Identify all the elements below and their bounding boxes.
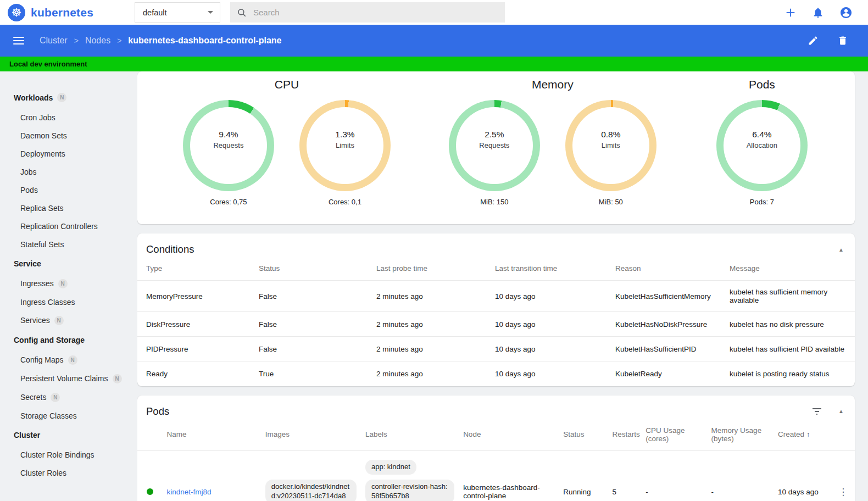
sidebar-item-replica-sets[interactable]: Replica Sets — [0, 199, 137, 217]
section-label: Config and Storage — [14, 336, 85, 344]
col-status: Status — [254, 259, 372, 281]
image-chip: docker.io/kindest/kindnetd:v20230511-dc7… — [265, 480, 357, 501]
sidebar-section-cluster[interactable]: Cluster — [0, 425, 137, 446]
sidebar-item-stateful-sets[interactable]: Stateful Sets — [0, 235, 137, 253]
environment-banner: Local dev environment — [0, 57, 868, 71]
sidebar-nav: Workloads N Cron Jobs Daemon Sets Deploy… — [0, 71, 137, 501]
sidebar-section-workloads[interactable]: Workloads N — [0, 87, 137, 108]
sidebar-item-cluster-roles[interactable]: Cluster Roles — [0, 464, 137, 482]
section-label: Cluster — [14, 431, 40, 439]
table-row: PIDPressureFalse2 minutes ago10 days ago… — [137, 337, 855, 361]
sidebar-item-cluster-role-bindings[interactable]: Cluster Role Bindings — [0, 446, 137, 464]
pod-memory-usage: - — [707, 450, 774, 501]
gauge-percent: 0.8% — [601, 130, 620, 140]
pod-status: Running — [559, 450, 608, 501]
pods-table: Name Images Labels Node Status Restarts … — [137, 421, 855, 501]
label-chip: app: kindnet — [365, 460, 416, 475]
pods-header-row: Name Images Labels Node Status Restarts … — [137, 421, 855, 451]
sidebar-item-services[interactable]: ServicesN — [0, 311, 137, 330]
account-avatar-icon[interactable] — [839, 6, 853, 19]
sidebar-item-jobs[interactable]: Jobs — [0, 163, 137, 181]
pods-card: Pods ▲ Name Images Labels Node — [137, 396, 855, 501]
pod-name-link[interactable]: kindnet-fmj8d — [167, 488, 212, 496]
sidebar-section-service[interactable]: Service — [0, 253, 137, 274]
col-labels: Labels — [361, 421, 459, 451]
sidebar-item-storage-classes[interactable]: Storage Classes — [0, 407, 137, 425]
edit-pencil-icon[interactable] — [808, 35, 819, 46]
kubernetes-logo-icon: ☸ — [8, 4, 25, 21]
sidebar-item-ingress-classes[interactable]: Ingress Classes — [0, 293, 137, 311]
breadcrumb-cluster[interactable]: Cluster — [40, 36, 68, 46]
section-label: Service — [14, 259, 41, 268]
gauge-percent: 1.3% — [335, 130, 354, 140]
pod-restarts: 5 — [608, 450, 641, 501]
sidebar-item-config-maps[interactable]: Config MapsN — [0, 350, 137, 369]
pods-card-title: Pods — [146, 405, 169, 417]
gauge-footer: Cores: 0,1 — [329, 198, 361, 206]
table-row: MemoryPressureFalse2 minutes ago10 days … — [137, 281, 855, 312]
namespace-select[interactable]: default — [135, 2, 220, 23]
gauge-footer: MiB: 50 — [599, 198, 623, 206]
gauge-footer: MiB: 150 — [480, 198, 508, 206]
cpu-requests-gauge: 9.4% Requests Cores: 0,75 — [183, 100, 274, 206]
brand[interactable]: ☸ kubernetes — [0, 4, 135, 21]
pods-allocation-gauge: 6.4% Allocation Pods: 7 — [716, 100, 808, 206]
filter-icon[interactable] — [812, 408, 822, 415]
menu-hamburger-icon[interactable] — [13, 35, 24, 47]
pod-node: kubernetes-dashboard-control-plane — [463, 483, 551, 500]
chevron-down-icon — [208, 11, 213, 14]
gauge-sublabel: Limits — [602, 141, 620, 149]
search-input[interactable] — [253, 8, 498, 17]
cpu-limits-gauge: 1.3% Limits Cores: 0,1 — [299, 100, 391, 206]
sidebar-item-pods[interactable]: Pods — [0, 181, 137, 199]
collapse-arrow-icon[interactable]: ▲ — [838, 247, 844, 253]
namespaced-badge: N — [113, 374, 122, 383]
col-name: Name — [163, 421, 261, 451]
namespace-value: default — [143, 8, 167, 17]
cpu-title: CPU — [275, 78, 299, 91]
namespaced-badge: N — [58, 279, 68, 288]
sidebar-item-ingresses[interactable]: IngressesN — [0, 274, 137, 293]
pod-created: 10 days ago — [774, 450, 831, 501]
sidebar-item-replication-controllers[interactable]: Replication Controllers — [0, 217, 137, 235]
sidebar-item-secrets[interactable]: SecretsN — [0, 388, 137, 407]
sidebar-section-config-and-storage[interactable]: Config and Storage — [0, 330, 137, 350]
pod-cpu-usage: - — [641, 450, 706, 501]
col-last-transition-time: Last transition time — [491, 259, 611, 281]
search-bar[interactable] — [230, 2, 505, 23]
conditions-card: Conditions ▲ Type Status Last probe time… — [137, 233, 855, 386]
col-reason: Reason — [611, 259, 725, 281]
label-chip: controller-revision-hash: 58f5b657b8 — [365, 480, 454, 501]
sidebar-item-daemon-sets[interactable]: Daemon Sets — [0, 126, 137, 144]
pod-status-ok-icon — [147, 488, 153, 495]
memory-gauge-group: Memory 2.5% Requests MiB: 150 — [420, 78, 686, 224]
sidebar-item-persistent-volume-claims[interactable]: Persistent Volume ClaimsN — [0, 369, 137, 388]
gauge-percent: 9.4% — [219, 130, 238, 140]
col-images: Images — [261, 421, 361, 451]
table-row: ReadyTrue2 minutes ago10 days agoKubelet… — [137, 361, 855, 386]
sort-ascending-icon[interactable]: ↑ — [806, 430, 810, 438]
col-created[interactable]: Created ↑ — [774, 421, 831, 451]
delete-trash-icon[interactable] — [837, 35, 848, 46]
action-bar: Cluster > Nodes > kubernetes-dashboard-c… — [0, 25, 868, 57]
collapse-arrow-icon[interactable]: ▲ — [838, 408, 844, 414]
add-resource-button[interactable] — [784, 7, 797, 19]
sidebar-item-cron-jobs[interactable]: Cron Jobs — [0, 108, 137, 126]
chevron-right-icon: > — [74, 36, 79, 45]
page-title: kubernetes-dashboard-control-plane — [128, 36, 281, 46]
col-last-probe-time: Last probe time — [372, 259, 491, 281]
col-message: Message — [725, 259, 855, 281]
col-restarts: Restarts — [608, 421, 641, 451]
sidebar-item-deployments[interactable]: Deployments — [0, 144, 137, 163]
pods-gauge-group: Pods 6.4% Allocation Pods: 7 — [686, 78, 838, 224]
chevron-right-icon: > — [117, 36, 121, 45]
memory-limits-gauge: 0.8% Limits MiB: 50 — [565, 100, 656, 206]
conditions-header-row: Type Status Last probe time Last transit… — [137, 259, 855, 281]
gauge-footer: Cores: 0,75 — [210, 198, 247, 206]
namespaced-badge: N — [68, 355, 77, 365]
namespaced-badge: N — [51, 393, 60, 402]
row-menu-icon[interactable]: ⋮ — [836, 486, 850, 498]
notifications-bell-icon[interactable] — [812, 7, 824, 19]
environment-banner-text: Local dev environment — [9, 60, 87, 68]
breadcrumb-nodes[interactable]: Nodes — [85, 36, 110, 46]
